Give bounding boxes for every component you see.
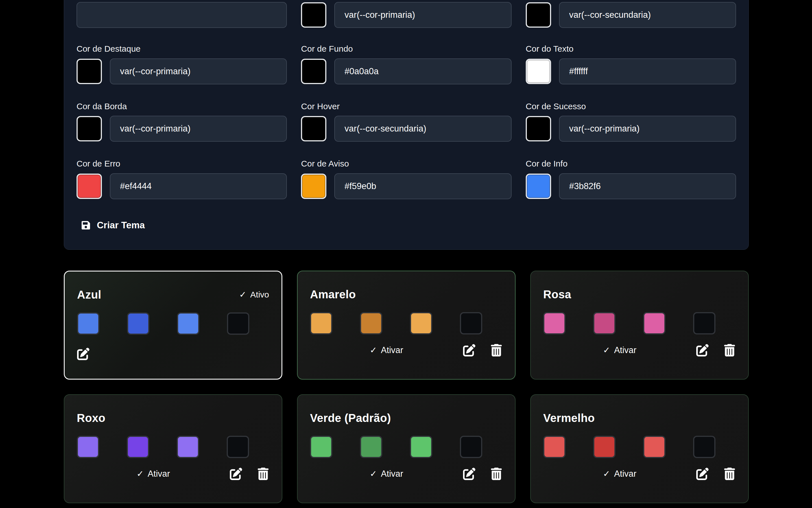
border-color-swatch[interactable] [77,116,102,141]
background-color-swatch[interactable] [301,59,326,84]
pen-square-icon [463,344,476,356]
theme-card-title: Amarelo [310,288,356,301]
palette-swatch [410,312,432,334]
theme-card-amarelo[interactable]: Amarelo ✓ Ativar [297,271,516,380]
theme-card-rosa[interactable]: Rosa ✓ Ativar [530,271,749,380]
palette-swatch [77,312,99,335]
edit-theme-button[interactable] [230,468,242,480]
theme-card-grid: Azul ✓ Ativo Amarelo [64,271,749,503]
delete-theme-button[interactable] [257,468,269,480]
background-color-field: Cor de Fundo [301,44,511,84]
activate-theme-button[interactable]: ✓ Ativar [543,469,696,479]
field-label: Cor da Borda [77,102,287,111]
palette-swatch [177,436,199,458]
form-row-1: Cor de Destaque Cor de Fundo Cor do Text… [77,44,736,84]
pen-square-icon [77,348,89,360]
activate-theme-button[interactable]: ✓ Ativar [310,469,463,479]
palette-swatch [693,436,716,458]
delete-theme-button[interactable] [490,468,502,480]
pen-square-icon [463,468,476,480]
palette-swatch [177,312,199,335]
edit-theme-button[interactable] [77,348,89,360]
primary-color-field [301,2,511,28]
edit-theme-button[interactable] [696,344,709,356]
check-icon: ✓ [370,470,377,478]
accent-color-swatch[interactable] [77,59,102,84]
warning-color-field: Cor de Aviso [301,159,511,199]
accent-color-field: Cor de Destaque [77,44,287,84]
error-color-swatch[interactable] [77,174,102,199]
accent-color-input[interactable] [110,58,287,84]
success-color-swatch[interactable] [526,116,551,141]
activate-theme-button[interactable]: ✓ Ativar [543,345,696,355]
delete-theme-button[interactable] [723,468,736,480]
text-color-swatch[interactable] [526,59,551,84]
error-color-field: Cor de Erro [77,159,287,199]
activate-label: Ativar [381,469,403,479]
secondary-color-swatch[interactable] [526,2,551,28]
palette-swatch [77,436,99,458]
palette-swatch [593,436,615,458]
theme-card-roxo[interactable]: Roxo ✓ Ativar [64,394,282,503]
palette-swatch [310,312,332,334]
palette-swatch [593,312,615,334]
info-color-input[interactable] [559,173,736,199]
edit-theme-button[interactable] [463,468,476,480]
text-color-field: Cor do Texto [526,44,736,84]
field-label: Cor de Erro [77,159,287,168]
activate-theme-button[interactable]: ✓ Ativar [310,345,463,355]
save-icon [81,220,91,230]
theme-card-vermelho[interactable]: Vermelho ✓ Ativar [530,394,749,503]
edit-theme-button[interactable] [463,344,476,356]
activate-label: Ativar [381,345,403,355]
border-color-input[interactable] [110,116,287,142]
activate-theme-button[interactable]: ✓ Ativar [77,469,230,479]
delete-theme-button[interactable] [723,344,736,356]
card-actions: ✓ Ativar [543,468,736,480]
field-label: Cor Hover [301,102,511,111]
create-theme-button[interactable]: Criar Tema [80,218,146,232]
palette-swatch [227,436,249,458]
theme-card-title: Roxo [77,412,105,424]
hover-color-input[interactable] [334,116,511,142]
card-actions: ✓ Ativar [543,344,736,356]
info-color-swatch[interactable] [526,174,551,199]
card-actions: ✓ Ativar [310,468,502,480]
error-color-input[interactable] [110,173,287,199]
hover-color-swatch[interactable] [301,116,326,141]
activate-label: Ativar [614,345,636,355]
field-label: Cor de Aviso [301,159,511,168]
theme-card-azul[interactable]: Azul ✓ Ativo [64,271,282,380]
palette-row [77,436,269,458]
card-actions: ✓ Ativar [77,468,269,480]
background-color-input[interactable] [334,58,511,84]
palette-row [543,436,736,458]
palette-swatch [410,436,432,458]
theme-card-verde[interactable]: Verde (Padrão) ✓ Ativar [297,394,516,503]
warning-color-swatch[interactable] [301,174,326,199]
secondary-color-input[interactable] [559,2,736,28]
info-color-field: Cor de Info [526,159,736,199]
form-row-3: Cor de Erro Cor de Aviso Cor de Info [77,159,736,199]
field-label: Cor de Fundo [301,44,511,53]
palette-swatch [360,312,382,334]
delete-theme-button[interactable] [490,344,502,356]
theme-name-input[interactable] [77,2,287,28]
theme-settings-page: Cor de Destaque Cor de Fundo Cor do Text… [64,0,749,503]
success-color-field: Cor de Sucesso [526,102,736,142]
pen-square-icon [696,468,709,480]
text-color-input[interactable] [559,58,736,84]
border-color-field: Cor da Borda [77,102,287,142]
edit-theme-button[interactable] [696,468,709,480]
pen-square-icon [696,344,709,356]
palette-row [310,312,502,334]
primary-color-input[interactable] [334,2,511,28]
warning-color-input[interactable] [334,173,511,199]
field-label: Cor de Sucesso [526,102,736,111]
palette-swatch [543,436,566,458]
trash-icon [490,468,502,480]
active-status-label: Ativo [250,290,269,299]
theme-creation-form: Cor de Destaque Cor de Fundo Cor do Text… [64,0,749,250]
primary-color-swatch[interactable] [301,2,326,28]
success-color-input[interactable] [559,116,736,142]
